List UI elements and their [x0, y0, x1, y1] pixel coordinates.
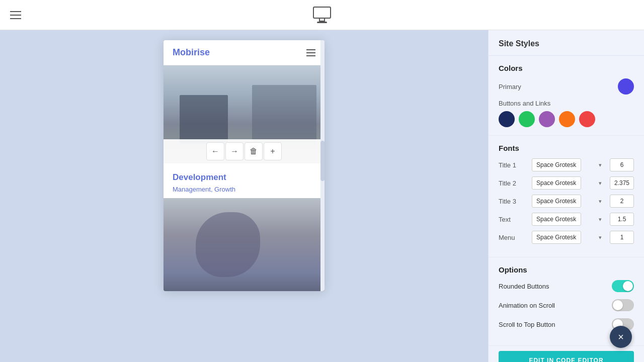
toggle-rounded-buttons[interactable]: [612, 280, 634, 292]
font-select-wrap-text: Space Grotesk: [528, 213, 606, 226]
color-swatch-dark-blue[interactable]: [499, 111, 515, 127]
preview-toolbar: ← → 🗑 +: [164, 139, 325, 163]
page-preview: Mobirise ← → 🗑 + Development Management,…: [164, 40, 325, 291]
preview-logo: Mobirise: [173, 47, 210, 58]
font-select-wrap-title3: Space Grotesk: [528, 195, 606, 208]
font-size-title3[interactable]: [610, 195, 634, 208]
menu-icon[interactable]: [10, 11, 21, 19]
preview-content: Development Management, Growth: [164, 163, 325, 198]
font-select-wrap-title2: Space Grotesk: [528, 176, 606, 190]
prev-button[interactable]: ←: [206, 142, 224, 160]
color-swatch-orange[interactable]: [559, 111, 575, 127]
font-label-title1: Title 1: [499, 161, 524, 169]
button-color-swatches: [499, 111, 634, 127]
close-icon: ×: [618, 331, 624, 343]
font-label-text: Text: [499, 216, 524, 223]
font-size-title2[interactable]: [610, 176, 634, 190]
font-select-title3[interactable]: Space Grotesk: [532, 195, 581, 208]
font-select-text[interactable]: Space Grotesk: [532, 213, 581, 226]
options-title: Options: [499, 265, 634, 274]
color-swatch-purple[interactable]: [539, 111, 555, 127]
option-row-animation: Animation on Scroll: [499, 299, 634, 311]
monitor-icon: [313, 7, 331, 23]
photo-2: [164, 198, 325, 291]
color-swatch-red[interactable]: [579, 111, 595, 127]
preview-header: Mobirise: [164, 40, 325, 65]
font-select-title1[interactable]: Space Grotesk: [532, 158, 581, 171]
font-label-title3: Title 3: [499, 198, 524, 205]
primary-label: Primary: [499, 83, 521, 90]
font-row-title1: Title 1 Space Grotesk: [499, 158, 634, 171]
main-area: Mobirise ← → 🗑 + Development Management,…: [0, 30, 644, 362]
preview-image-block-1: ← → 🗑 +: [164, 65, 325, 163]
toggle-animation-scroll[interactable]: [612, 299, 634, 311]
fonts-section: Fonts Title 1 Space Grotesk Title 2 Spac…: [489, 136, 644, 257]
option-label-animation: Animation on Scroll: [499, 302, 555, 309]
font-row-text: Text Space Grotesk: [499, 213, 634, 226]
topbar: [0, 0, 644, 30]
primary-color-row: Primary: [499, 78, 634, 95]
font-size-text[interactable]: [610, 213, 634, 226]
color-swatch-green[interactable]: [519, 111, 535, 127]
sidebar-title: Site Styles: [499, 39, 634, 48]
add-button[interactable]: +: [264, 142, 282, 160]
font-size-title1[interactable]: [610, 158, 634, 171]
font-select-wrap-menu: Space Grotesk: [528, 231, 606, 244]
close-fab-button[interactable]: ×: [610, 326, 632, 348]
sidebar: Site Styles Colors Primary Buttons and L…: [488, 30, 644, 362]
font-select-menu[interactable]: Space Grotesk: [532, 231, 581, 244]
preview-area: Mobirise ← → 🗑 + Development Management,…: [0, 30, 488, 362]
toggle-knob-animation: [613, 300, 623, 310]
font-row-menu: Menu Space Grotesk: [499, 231, 634, 244]
option-row-rounded: Rounded Buttons: [499, 280, 634, 292]
preview-image-block-2: [164, 198, 325, 291]
colors-section: Colors Primary Buttons and Links: [489, 56, 644, 136]
font-row-title2: Title 2 Space Grotesk: [499, 176, 634, 190]
scrollbar-thumb: [320, 141, 325, 181]
font-select-wrap-title1: Space Grotesk: [528, 158, 606, 171]
edit-in-code-editor-button[interactable]: EDIT IN CODE EDITOR: [499, 351, 634, 362]
next-button[interactable]: →: [225, 142, 244, 160]
font-label-title2: Title 2: [499, 179, 524, 187]
toggle-knob-rounded: [623, 281, 633, 291]
font-select-title2[interactable]: Space Grotesk: [532, 176, 581, 190]
preview-scrollbar[interactable]: [320, 40, 325, 291]
sidebar-header: Site Styles: [489, 30, 644, 56]
option-label-rounded: Rounded Buttons: [499, 283, 549, 290]
preview-title: Development: [173, 172, 315, 183]
option-label-scroll-top: Scroll to Top Button: [499, 321, 555, 328]
font-label-menu: Menu: [499, 234, 524, 241]
primary-swatch[interactable]: [618, 78, 634, 95]
delete-button[interactable]: 🗑: [245, 142, 263, 160]
buttons-links-label: Buttons and Links: [499, 100, 634, 107]
font-size-menu[interactable]: [610, 231, 634, 244]
preview-hamburger-icon[interactable]: [306, 49, 315, 56]
colors-title: Colors: [499, 64, 634, 72]
fonts-title: Fonts: [499, 144, 634, 152]
preview-subtitle: Management, Growth: [173, 186, 315, 193]
font-row-title3: Title 3 Space Grotesk: [499, 195, 634, 208]
